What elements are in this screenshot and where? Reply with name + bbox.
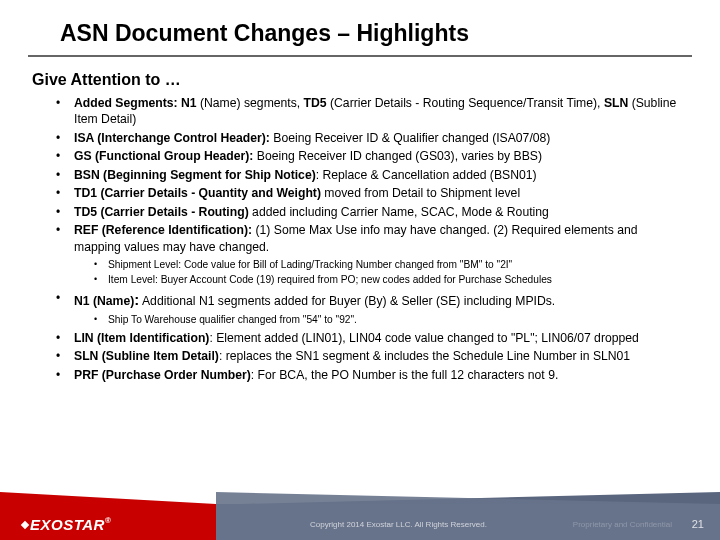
text: (Name) segments,: [197, 96, 304, 110]
bold-text: GS (Functional Group Header):: [74, 149, 253, 163]
list-item: TD5 (Carrier Details - Routing) added in…: [56, 204, 684, 220]
bold-text: TD5 (Carrier Details - Routing): [74, 205, 249, 219]
bold-text: SLN: [604, 96, 628, 110]
bold-text: TD5: [304, 96, 327, 110]
bold-text: REF (Reference Identification):: [74, 223, 252, 237]
logo-icon: [21, 521, 29, 529]
text: : Element added (LIN01), LIN04 code valu…: [209, 331, 638, 345]
bold-text: LIN (Item Identification): [74, 331, 209, 345]
list-item: PRF (Purchase Order Number): For BCA, th…: [56, 367, 684, 383]
text: moved from Detail to Shipment level: [321, 186, 520, 200]
bold-text: SLN (Subline Item Detail): [74, 349, 219, 363]
list-item: Added Segments: N1 (Name) segments, TD5 …: [56, 95, 684, 128]
sub-bullet-list: Shipment Level: Code value for Bill of L…: [94, 258, 684, 287]
page-number: 21: [692, 518, 704, 530]
text: : Replace & Cancellation added (BSN01): [316, 168, 537, 182]
title-area: ASN Document Changes – Highlights: [0, 0, 720, 57]
sub-bullet-list: Ship To Warehouse qualifier changed from…: [94, 313, 684, 327]
trademark-icon: ®: [105, 516, 111, 525]
logo-text: EXOSTAR: [30, 516, 105, 533]
text: : replaces the SN1 segment & includes th…: [219, 349, 630, 363]
section-subtitle: Give Attention to …: [0, 57, 720, 95]
footer-decoration: [216, 492, 720, 504]
bold-text: BSN (Beginning Segment for Ship Notice): [74, 168, 316, 182]
text: : For BCA, the PO Number is the full 12 …: [251, 368, 559, 382]
text: Boeing Receiver ID & Qualifier changed (…: [270, 131, 550, 145]
text: Boeing Receiver ID changed (GS03), varie…: [253, 149, 542, 163]
logo: EXOSTAR®: [22, 516, 111, 533]
footer-bar: EXOSTAR® Copyright 2014 Exostar LLC. All…: [0, 504, 720, 540]
text: Additional N1 segments added for Buyer (…: [139, 294, 555, 308]
list-item: BSN (Beginning Segment for Ship Notice):…: [56, 167, 684, 183]
footer-decoration: [0, 492, 216, 504]
list-item: TD1 (Carrier Details - Quantity and Weig…: [56, 185, 684, 201]
bullet-list: Added Segments: N1 (Name) segments, TD5 …: [56, 95, 684, 383]
list-item: LIN (Item Identification): Element added…: [56, 330, 684, 346]
list-item: Item Level: Buyer Account Code (19) requ…: [94, 273, 684, 287]
bold-text: N1 (Name): [74, 294, 134, 308]
slide: { "title": "ASN Document Changes – Highl…: [0, 0, 720, 540]
list-item: SLN (Subline Item Detail): replaces the …: [56, 348, 684, 364]
text: (Carrier Details - Routing Sequence/Tran…: [327, 96, 604, 110]
text: added including Carrier Name, SCAC, Mode…: [249, 205, 549, 219]
content-area: Added Segments: N1 (Name) segments, TD5 …: [0, 95, 720, 383]
list-item: N1 (Name): Additional N1 segments added …: [56, 290, 684, 327]
bold-text: Added Segments: N1: [74, 96, 197, 110]
bold-text: TD1 (Carrier Details - Quantity and Weig…: [74, 186, 321, 200]
confidential-stamp: Proprietary and Confidential: [573, 520, 672, 529]
bold-text: ISA (Interchange Control Header):: [74, 131, 270, 145]
copyright-text: Copyright 2014 Exostar LLC. All Rights R…: [310, 520, 487, 529]
list-item: Ship To Warehouse qualifier changed from…: [94, 313, 684, 327]
list-item: REF (Reference Identification): (1) Some…: [56, 222, 684, 286]
bold-text: PRF (Purchase Order Number): [74, 368, 251, 382]
list-item: Shipment Level: Code value for Bill of L…: [94, 258, 684, 272]
list-item: GS (Functional Group Header): Boeing Rec…: [56, 148, 684, 164]
list-item: ISA (Interchange Control Header): Boeing…: [56, 130, 684, 146]
page-title: ASN Document Changes – Highlights: [28, 0, 692, 57]
